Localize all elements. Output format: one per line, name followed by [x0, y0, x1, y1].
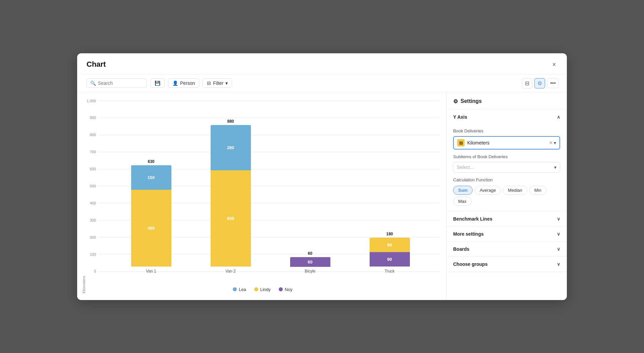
boards-section: Boards ∨: [446, 242, 567, 257]
chart-legend: Lea Lindy Noy: [86, 287, 439, 293]
more-settings-section: More settings ∨: [446, 227, 567, 242]
settings-gear-icon: ⚙: [453, 98, 458, 105]
search-input[interactable]: [98, 80, 138, 86]
settings-title: Settings: [461, 98, 482, 104]
bar-stack-bicyle: 60: [290, 257, 330, 267]
filter-button[interactable]: ⊟ Filter ▾: [203, 78, 232, 88]
save-button[interactable]: 💾: [150, 78, 165, 88]
choose-groups-chevron-icon: ∨: [557, 261, 560, 267]
y-axis-chevron-icon: ∧: [557, 114, 560, 120]
settings-button[interactable]: ⚙: [534, 78, 545, 89]
y-tick-300: 300: [86, 218, 99, 222]
close-button[interactable]: ×: [549, 59, 559, 70]
y-tick-800: 800: [86, 133, 99, 137]
subitems-chevron-icon: ▾: [554, 165, 556, 170]
chart-area: Kilometers 1,000 900: [77, 92, 446, 300]
bar-total-van1: 630: [148, 159, 154, 164]
filter-chevron-icon: ▾: [225, 80, 228, 86]
y-tick-700: 700: [86, 150, 99, 154]
settings-header: ⚙ Settings: [446, 92, 567, 110]
bars-row: 630 150 480 Van 1 880: [101, 99, 439, 274]
benchmark-header[interactable]: Benchmark Lines ∨: [446, 212, 567, 226]
select-chevron-icon: ▾: [554, 140, 556, 145]
bar-stack-truck: 90 90: [370, 238, 410, 267]
save-icon: 💾: [155, 80, 160, 86]
bar-segment-bicyle-purple: 60: [290, 257, 330, 267]
subitems-select[interactable]: Select... ▾: [453, 162, 560, 173]
select-clear-button[interactable]: ×: [549, 140, 552, 146]
person-icon: 👤: [172, 80, 178, 86]
more-button[interactable]: •••: [547, 78, 559, 88]
select-actions: × ▾: [549, 140, 556, 146]
more-settings-header[interactable]: More settings ∨: [446, 227, 567, 241]
calc-median-button[interactable]: Median: [503, 186, 527, 195]
y-axis-label: Kilometers: [80, 99, 86, 293]
select-icon: ▤: [457, 139, 465, 146]
legend-label-lea: Lea: [239, 287, 246, 292]
toolbar: 🔍 💾 👤 Person ⊟ Filter ▾ ⊟ ⚙ •••: [77, 75, 567, 92]
subitems-label: Subitems of Book Deliveries: [453, 154, 560, 159]
y-tick-600: 600: [86, 167, 99, 171]
y-axis-label: Y Axis: [453, 114, 467, 120]
chart-inner: 1,000 900 800: [86, 99, 439, 293]
bar-xlabel-truck: Truck: [385, 269, 395, 274]
y-tick-0: 0: [86, 269, 99, 273]
calc-average-button[interactable]: Average: [475, 186, 501, 195]
filter-label: Filter: [213, 80, 223, 86]
layout-button[interactable]: ⊟: [522, 78, 532, 89]
y-axis-section-header[interactable]: Y Axis ∧: [446, 110, 567, 124]
person-button[interactable]: 👤 Person: [168, 78, 199, 88]
boards-label: Boards: [453, 246, 469, 252]
y-axis-content: Book Deliveries ▤ Kilometers × ▾ Subitem…: [446, 124, 567, 211]
book-deliveries-label: Book Deliveries: [453, 128, 560, 133]
calc-buttons: Sum Average Median Min Max: [453, 186, 560, 206]
y-tick-200: 200: [86, 235, 99, 239]
legend-noy: Noy: [279, 287, 292, 292]
bar-segment-van2-yellow: 600: [211, 170, 251, 267]
benchmark-section: Benchmark Lines ∨: [446, 212, 567, 227]
kilometers-text: Kilometers: [467, 140, 489, 145]
calc-sum-button[interactable]: Sum: [453, 186, 473, 195]
search-icon: 🔍: [90, 80, 96, 86]
modal-title: Chart: [87, 60, 106, 69]
kilometers-select[interactable]: ▤ Kilometers × ▾: [453, 136, 560, 150]
bar-stack-van2: 280 600: [211, 125, 251, 267]
calc-section: Calculation Function Sum Average Median …: [453, 177, 560, 206]
legend-label-lindy: Lindy: [260, 287, 271, 292]
boards-header[interactable]: Boards ∨: [446, 242, 567, 256]
calc-max-button[interactable]: Max: [453, 197, 472, 206]
bar-segment-van2-blue: 280: [211, 125, 251, 170]
legend-lindy: Lindy: [254, 287, 271, 292]
modal-header: Chart ×: [77, 53, 567, 75]
bar-total-van2: 880: [227, 119, 234, 124]
calc-min-button[interactable]: Min: [529, 186, 546, 195]
toolbar-right: ⊟ ⚙ •••: [522, 78, 559, 89]
bar-group-van1: 630 150 480 Van 1: [131, 159, 171, 273]
legend-dot-lindy: [254, 287, 258, 291]
y-tick-1000: 1,000: [86, 99, 99, 103]
benchmark-chevron-icon: ∨: [557, 216, 560, 222]
bar-group-van2: 880 280 600 Van 2: [211, 119, 251, 273]
more-settings-chevron-icon: ∨: [557, 231, 560, 237]
more-settings-label: More settings: [453, 231, 484, 237]
settings-panel: ⚙ Settings Y Axis ∧ Book Deliveries ▤ Ki…: [446, 92, 567, 300]
y-tick-500: 500: [86, 184, 99, 188]
y-axis-section: Y Axis ∧ Book Deliveries ▤ Kilometers × …: [446, 110, 567, 212]
y-tick-900: 900: [86, 116, 99, 120]
bar-total-truck: 180: [386, 232, 393, 236]
filter-icon: ⊟: [207, 80, 211, 86]
y-tick-100: 100: [86, 252, 99, 256]
bar-segment-truck-purple: 90: [370, 252, 410, 267]
chart-container: Kilometers 1,000 900: [80, 99, 439, 293]
select-inner: ▤ Kilometers: [457, 139, 547, 146]
legend-label-noy: Noy: [285, 287, 292, 292]
grid-and-bars: 1,000 900 800: [86, 99, 439, 284]
choose-groups-header[interactable]: Choose groups ∨: [446, 257, 567, 272]
bar-group-bicyle: 60 60 Bicyle: [290, 251, 330, 274]
bar-total-bicyle: 60: [308, 251, 312, 256]
bar-stack-van1: 150 480: [131, 165, 171, 267]
boards-chevron-icon: ∨: [557, 246, 560, 252]
bar-group-truck: 180 90 90 Truck: [370, 232, 410, 273]
search-box[interactable]: 🔍: [87, 78, 147, 88]
bar-xlabel-van1: Van 1: [146, 269, 156, 274]
